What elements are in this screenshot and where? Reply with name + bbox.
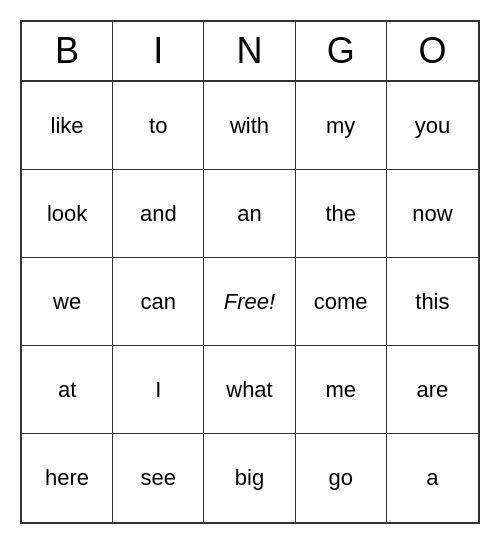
bingo-cell: like [22,82,113,170]
bingo-header-cell-o: O [387,22,478,80]
bingo-cell: you [387,82,478,170]
bingo-cell: what [204,346,295,434]
bingo-cell: and [113,170,204,258]
bingo-cell: me [296,346,387,434]
bingo-cell: now [387,170,478,258]
bingo-card: BINGO liketowithmyyoulookandanthenowweca… [20,20,480,524]
bingo-cell: see [113,434,204,522]
bingo-cell: look [22,170,113,258]
bingo-cell: at [22,346,113,434]
bingo-cell: I [113,346,204,434]
bingo-cell: can [113,258,204,346]
bingo-cell: this [387,258,478,346]
bingo-cell: we [22,258,113,346]
bingo-cell: my [296,82,387,170]
bingo-cell: here [22,434,113,522]
bingo-header-cell-n: N [204,22,295,80]
bingo-header: BINGO [22,22,478,82]
bingo-cell: a [387,434,478,522]
free-cell: Free! [204,258,295,346]
bingo-cell: to [113,82,204,170]
bingo-cell: an [204,170,295,258]
bingo-cell: come [296,258,387,346]
bingo-cell: are [387,346,478,434]
bingo-grid: liketowithmyyoulookandanthenowwecanFree!… [22,82,478,522]
bingo-header-cell-b: B [22,22,113,80]
bingo-header-cell-i: I [113,22,204,80]
bingo-cell: go [296,434,387,522]
bingo-cell: the [296,170,387,258]
bingo-cell: big [204,434,295,522]
bingo-header-cell-g: G [296,22,387,80]
bingo-cell: with [204,82,295,170]
